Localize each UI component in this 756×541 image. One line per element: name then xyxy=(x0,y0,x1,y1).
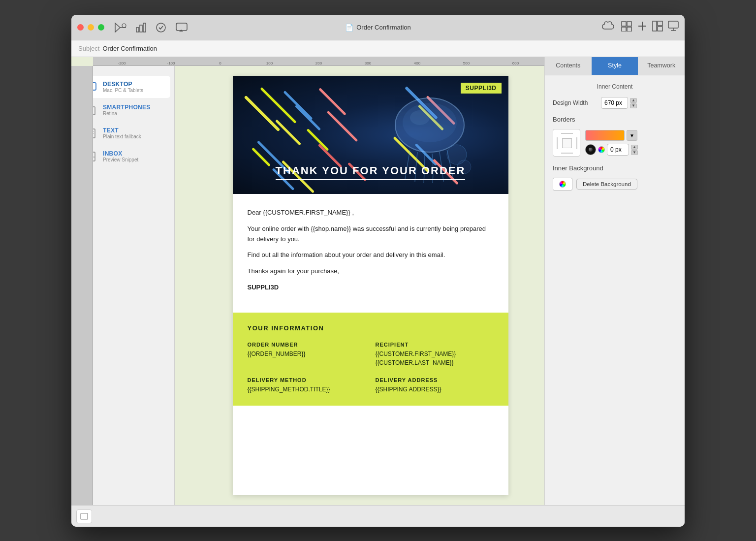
monitor-icon[interactable] xyxy=(668,21,679,34)
design-width-row: Design Width ▲ ▼ xyxy=(553,97,677,109)
border-controls: ▼ ▲ ▼ xyxy=(585,130,638,156)
editor-area: -200 -100 0 100 200 300 400 500 600 700 … xyxy=(71,57,544,505)
svg-rect-12 xyxy=(658,27,662,31)
svg-point-24 xyxy=(403,103,457,142)
svg-point-4 xyxy=(157,23,165,32)
inner-bg-row: Delete Background xyxy=(553,178,677,191)
stepper-down[interactable]: ▼ xyxy=(630,103,637,108)
email-header-title: THANK YOU FOR YOUR ORDER xyxy=(276,164,466,180)
border-right[interactable] xyxy=(576,137,577,149)
svg-rect-7 xyxy=(627,22,631,26)
toolbar-right xyxy=(602,21,679,34)
svg-rect-5 xyxy=(176,23,187,31)
ruler-top: -200 -100 0 100 200 300 400 500 600 700 … xyxy=(93,57,544,66)
info-grid: ORDER NUMBER {{ORDER_NUMBER}} RECIPIENT … xyxy=(248,342,494,394)
border-width-input[interactable] xyxy=(607,144,629,156)
inner-bg-color-picker[interactable] xyxy=(559,181,566,188)
delivery-address-label: DELIVERY ADDRESS xyxy=(376,377,494,383)
window-title: Order Confirmation xyxy=(356,24,411,31)
right-panel: Contents Style Teamwork Inner Content De… xyxy=(544,57,685,505)
email-salutation: Dear {{CUSTOMER.FIRST_NAME}} , xyxy=(248,208,494,218)
color-picker-icon[interactable] xyxy=(598,146,605,153)
toolbar xyxy=(114,22,188,33)
inbox-subtitle: Preview Snippet xyxy=(103,157,138,162)
svg-rect-9 xyxy=(627,27,631,32)
bottom-icon[interactable] xyxy=(76,509,92,523)
email-container: SUPPLI3D THANK YOU FOR YOUR ORDER Dear {… xyxy=(233,76,508,495)
tab-style[interactable]: Style xyxy=(592,57,638,75)
subject-label: Subject xyxy=(78,45,99,52)
delivery-address-value: {{SHIPPING ADDRESS}} xyxy=(376,385,494,394)
recipient-label: RECIPIENT xyxy=(376,342,494,348)
svg-point-0 xyxy=(122,24,126,28)
recipient-value: {{CUSTOMER.FIRST_NAME}}{{CUSTOMER.LAST_N… xyxy=(376,350,494,367)
design-width-stepper: ▲ ▼ xyxy=(630,98,637,108)
fullscreen-button[interactable] xyxy=(98,24,104,31)
design-width-input[interactable] xyxy=(601,97,628,109)
email-info-section: YOUR INFORMATION ORDER NUMBER {{ORDER_NU… xyxy=(233,313,508,406)
border-color-row: ▼ xyxy=(585,130,638,141)
order-number-value: {{ORDER_NUMBER}} xyxy=(248,350,366,358)
borders-label: Borders xyxy=(553,116,677,123)
smartphones-subtitle: Retina xyxy=(103,111,151,116)
subject-value: Order Confirmation xyxy=(102,45,157,52)
svg-rect-3 xyxy=(143,23,146,32)
desktop-subtitle: Mac, PC & Tablets xyxy=(103,88,143,93)
color-dot xyxy=(589,148,593,152)
border-stepper-up[interactable]: ▲ xyxy=(631,145,638,150)
tab-contents[interactable]: Contents xyxy=(545,57,592,75)
svg-rect-28 xyxy=(81,513,88,519)
svg-rect-11 xyxy=(658,21,662,26)
chat-icon[interactable] xyxy=(175,22,188,33)
inbox-label: INBOX xyxy=(103,150,138,157)
inner-bg-label: Inner Background xyxy=(553,164,677,172)
inner-bg-color-box[interactable] xyxy=(553,178,572,191)
svg-point-25 xyxy=(410,110,430,125)
border-color-bar[interactable] xyxy=(585,130,625,141)
border-selector[interactable] xyxy=(553,129,580,157)
email-line-3: Thanks again for your purchase, xyxy=(248,266,494,277)
inner-content-title: Inner Content xyxy=(553,83,677,90)
app-window: 📄 Order Confirmation xyxy=(71,15,685,527)
email-sender: SUPPLI3D xyxy=(248,283,494,293)
email-preview[interactable]: SUPPLI3D THANK YOU FOR YOUR ORDER Dear {… xyxy=(196,66,544,505)
main-area: -200 -100 0 100 200 300 400 500 600 700 … xyxy=(71,57,685,505)
svg-rect-6 xyxy=(622,22,626,26)
send-icon[interactable] xyxy=(114,22,127,33)
border-bottom[interactable] xyxy=(561,153,573,154)
save-icon[interactable] xyxy=(621,21,632,34)
smartphones-label: SMARTPHONES xyxy=(103,104,151,111)
text-label: TEXT xyxy=(103,127,141,134)
svg-rect-2 xyxy=(140,25,142,32)
border-style-select[interactable]: ▼ xyxy=(627,130,637,141)
add-icon[interactable] xyxy=(637,21,647,34)
design-width-control: ▲ ▼ xyxy=(601,97,637,109)
email-header-text: THANK YOU FOR YOUR ORDER xyxy=(233,164,508,194)
minimize-button[interactable] xyxy=(88,24,94,31)
info-delivery-method: DELIVERY METHOD {{SHIPPING_METHOD.TITLE}… xyxy=(248,377,366,394)
panel-tabs: Contents Style Teamwork xyxy=(545,57,685,75)
design-width-label: Design Width xyxy=(553,99,597,106)
border-stepper-down[interactable]: ▼ xyxy=(631,150,638,155)
border-color-swatch[interactable] xyxy=(585,144,596,155)
close-button[interactable] xyxy=(77,24,84,31)
cloud-icon[interactable] xyxy=(602,21,616,34)
info-delivery-address: DELIVERY ADDRESS {{SHIPPING ADDRESS}} xyxy=(376,377,494,394)
order-number-label: ORDER NUMBER xyxy=(248,342,366,348)
layout-icon[interactable] xyxy=(652,21,663,34)
stepper-up[interactable]: ▲ xyxy=(630,98,637,103)
traffic-lights xyxy=(77,24,104,31)
border-width-stepper: ▲ ▼ xyxy=(631,145,638,155)
stats-icon[interactable] xyxy=(136,23,147,32)
svg-rect-13 xyxy=(668,21,678,28)
delete-background-button[interactable]: Delete Background xyxy=(576,179,637,190)
border-left[interactable] xyxy=(557,137,558,149)
border-top[interactable] xyxy=(561,133,573,134)
info-recipient: RECIPIENT {{CUSTOMER.FIRST_NAME}}{{CUSTO… xyxy=(376,342,494,367)
email-body: Dear {{CUSTOMER.FIRST_NAME}} , Your onli… xyxy=(233,194,508,313)
border-center xyxy=(562,138,572,148)
doc-icon: 📄 xyxy=(345,24,353,32)
check-icon[interactable] xyxy=(156,22,166,33)
ruler-left xyxy=(71,66,93,505)
tab-teamwork[interactable]: Teamwork xyxy=(638,57,685,75)
